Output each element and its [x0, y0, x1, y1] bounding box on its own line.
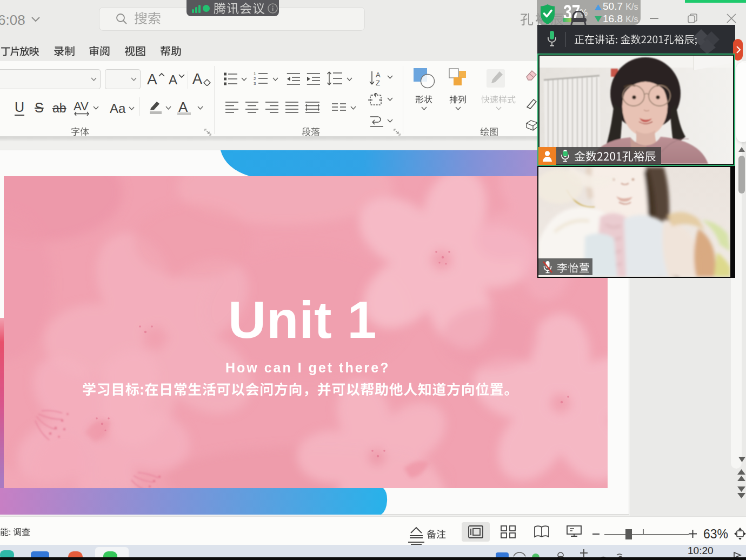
svg-text:A: A	[376, 71, 381, 79]
svg-text:3: 3	[254, 81, 256, 86]
svg-text:1: 1	[254, 71, 256, 76]
svg-text:2: 2	[254, 76, 256, 81]
svg-text:Z: Z	[376, 79, 380, 86]
